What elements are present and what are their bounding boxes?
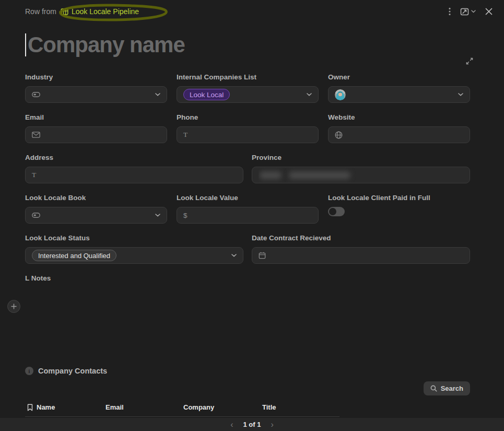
field-website: Website — [328, 113, 470, 143]
tag-look-local: Look Local — [183, 89, 230, 100]
search-button-label: Search — [441, 385, 463, 392]
address-input[interactable]: T — [25, 167, 243, 183]
website-input[interactable] — [328, 126, 470, 143]
breadcrumb: Row from Look Locale Pipeline — [25, 7, 139, 16]
row-from-label: Row from — [25, 7, 56, 16]
column-label: Company — [183, 403, 214, 411]
look-locale-value-input[interactable]: $ — [177, 207, 319, 224]
field-industry: Industry — [25, 73, 167, 103]
field-l-notes: L Notes — [25, 274, 243, 287]
search-button[interactable]: Search — [424, 381, 470, 395]
field-label: Look Locale Value — [177, 194, 319, 203]
more-options-button[interactable] — [448, 6, 452, 17]
column-header-title[interactable]: Title — [262, 403, 339, 411]
phone-input[interactable]: T — [177, 126, 319, 143]
chevron-down-icon — [458, 93, 463, 96]
option-pill-icon — [32, 92, 40, 97]
source-table-link[interactable]: Look Locale Pipeline — [61, 7, 139, 16]
field-paid-in-full: Look Locale Client Paid in Full — [328, 194, 470, 224]
field-label: Internal Companies List — [177, 73, 319, 82]
record-title-row: Company name — [25, 31, 479, 59]
column-header-name[interactable]: Name — [25, 403, 106, 411]
next-page-button[interactable]: › — [269, 421, 274, 429]
field-label: Date Contract Recieved — [252, 234, 470, 243]
column-label: Name — [37, 403, 55, 411]
plus-icon — [11, 304, 17, 309]
text-cursor — [25, 33, 26, 56]
province-input[interactable] — [252, 167, 470, 183]
contacts-header: i Company Contacts — [25, 366, 470, 376]
field-label: Owner — [328, 73, 470, 82]
chevron-down-icon — [231, 254, 237, 257]
option-pill-icon — [32, 213, 40, 218]
expand-record-button[interactable] — [464, 55, 475, 68]
expand-arrows-icon — [465, 56, 474, 66]
field-owner: Owner — [328, 73, 470, 103]
field-internal-companies-list: Internal Companies List Look Local — [177, 73, 319, 103]
globe-icon — [335, 131, 343, 139]
paid-in-full-toggle[interactable] — [328, 207, 345, 216]
previous-page-button[interactable]: ‹ — [229, 421, 234, 429]
company-contacts-section: i Company Contacts Search — [0, 366, 504, 417]
field-label: Website — [328, 113, 470, 122]
chevron-down-icon — [155, 93, 160, 96]
chevron-down-icon — [155, 214, 160, 217]
field-email: Email — [25, 113, 167, 143]
look-locale-book-select[interactable] — [25, 207, 167, 224]
industry-select[interactable] — [25, 86, 167, 103]
field-label: Look Locale Status — [25, 234, 243, 243]
info-icon[interactable]: i — [25, 367, 33, 375]
status-tag: Interested and Qualified — [32, 250, 116, 261]
page-indicator: 1 of 1 — [243, 421, 261, 428]
close-icon — [485, 8, 493, 15]
owner-select[interactable] — [328, 86, 470, 103]
column-header-company[interactable]: Company — [183, 403, 262, 411]
table-icon — [61, 8, 68, 16]
chevron-down-icon — [307, 93, 312, 96]
kebab-menu-icon — [449, 7, 451, 16]
column-label: Title — [262, 403, 276, 411]
field-phone: Phone T — [177, 113, 319, 143]
field-look-locale-value: Look Locale Value $ — [177, 194, 319, 224]
calendar-icon — [259, 252, 266, 259]
email-input[interactable] — [25, 126, 167, 143]
envelope-icon — [32, 132, 40, 138]
add-block-button[interactable] — [7, 300, 20, 313]
chevron-down-icon — [471, 10, 476, 13]
search-icon — [430, 385, 437, 392]
company-name-input[interactable]: Company name — [28, 32, 185, 57]
field-date-contract-received: Date Contract Recieved — [252, 234, 470, 264]
field-label: L Notes — [25, 274, 243, 283]
owner-avatar — [335, 89, 346, 100]
date-contract-input[interactable] — [252, 247, 470, 264]
field-label: Province — [252, 154, 470, 162]
field-label: Look Locale Book — [25, 194, 167, 203]
field-label: Phone — [177, 113, 319, 122]
redacted-value — [259, 167, 463, 183]
field-label: Look Locale Client Paid in Full — [328, 194, 470, 203]
record-detail-modal: Row from Look Locale Pipeline — [0, 0, 504, 431]
column-header-email[interactable]: Email — [106, 403, 183, 411]
field-label: Industry — [25, 73, 167, 82]
bookmark-icon — [27, 404, 33, 411]
view-mode-button[interactable] — [459, 6, 477, 17]
currency-icon: $ — [183, 212, 187, 219]
text-type-icon: T — [183, 131, 187, 139]
contacts-table-header: Name Email Company Title — [25, 403, 339, 417]
pagination-bar: ‹ 1 of 1 › — [0, 418, 504, 431]
look-locale-status-select[interactable]: Interested and Qualified — [25, 247, 243, 264]
contacts-section-title: Company Contacts — [38, 367, 107, 375]
field-look-locale-book: Look Locale Book — [25, 194, 167, 224]
field-address: Address T — [25, 154, 243, 183]
field-label: Address — [25, 154, 243, 162]
toggle-knob — [329, 208, 336, 215]
column-label: Email — [106, 403, 124, 411]
field-province: Province — [252, 154, 470, 183]
close-button[interactable] — [484, 7, 494, 16]
topbar: Row from Look Locale Pipeline — [0, 0, 504, 23]
field-look-locale-status: Look Locale Status Interested and Qualif… — [25, 234, 243, 264]
record-form: Industry Internal Companies List — [0, 73, 504, 287]
text-type-icon: T — [32, 171, 36, 179]
peek-view-icon — [460, 7, 469, 16]
internal-companies-select[interactable]: Look Local — [177, 86, 319, 103]
